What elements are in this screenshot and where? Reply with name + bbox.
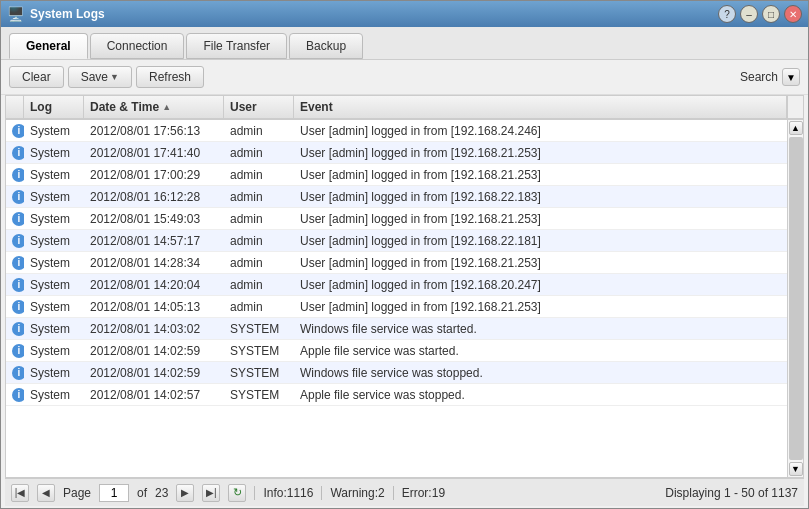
scroll-up-button[interactable]: ▲ [789,121,803,135]
info-icon: i [12,300,24,314]
info-icon: i [12,190,24,204]
refresh-button[interactable]: Refresh [136,66,204,88]
header-icon [6,96,24,118]
separator-1 [254,486,255,500]
first-page-button[interactable]: |◀ [11,484,29,502]
search-label: Search [740,70,778,84]
cell-datetime: 2012/08/01 14:05:13 [84,296,224,317]
cell-event: User [admin] logged in from [192.168.24.… [294,120,787,141]
cell-datetime: 2012/08/01 14:02:59 [84,340,224,361]
cell-datetime: 2012/08/01 14:57:17 [84,230,224,251]
scrollbar[interactable]: ▲ ▼ [787,120,803,477]
info-icon: i [12,256,24,270]
cell-datetime: 2012/08/01 16:12:28 [84,186,224,207]
cell-user: SYSTEM [224,362,294,383]
tab-backup[interactable]: Backup [289,33,363,59]
cell-event: User [admin] logged in from [192.168.21.… [294,252,787,273]
cell-user: admin [224,230,294,251]
help-button[interactable]: ? [718,5,736,23]
scroll-thumb[interactable] [789,137,803,460]
search-toggle-button[interactable]: ▼ [782,68,800,86]
cell-log: System [24,362,84,383]
title-bar: 🖥️ System Logs ? – □ ✕ [1,1,808,27]
separator-3 [393,486,394,500]
tab-general[interactable]: General [9,33,88,59]
save-dropdown-arrow: ▼ [110,72,119,82]
table-row[interactable]: i System 2012/08/01 14:20:04 admin User … [6,274,787,296]
cell-user: admin [224,120,294,141]
cell-log: System [24,296,84,317]
cell-user: admin [224,142,294,163]
table-row[interactable]: i System 2012/08/01 17:00:29 admin User … [6,164,787,186]
header-user[interactable]: User [224,96,294,118]
window-title: System Logs [30,7,105,21]
cell-icon: i [6,318,24,339]
maximize-button[interactable]: □ [762,5,780,23]
table-row[interactable]: i System 2012/08/01 15:49:03 admin User … [6,208,787,230]
table-row[interactable]: i System 2012/08/01 17:56:13 admin User … [6,120,787,142]
cell-event: User [admin] logged in from [192.168.21.… [294,142,787,163]
cell-icon: i [6,362,24,383]
table-row[interactable]: i System 2012/08/01 16:12:28 admin User … [6,186,787,208]
cell-icon: i [6,230,24,251]
cell-icon: i [6,120,24,141]
page-of-label: of [137,486,147,500]
next-page-button[interactable]: ▶ [176,484,194,502]
table-row[interactable]: i System 2012/08/01 14:02:59 SYSTEM Wind… [6,362,787,384]
refresh-status-button[interactable]: ↻ [228,484,246,502]
cell-icon: i [6,384,24,405]
table-row[interactable]: i System 2012/08/01 14:02:59 SYSTEM Appl… [6,340,787,362]
search-area: Search ▼ [740,68,800,86]
cell-user: SYSTEM [224,340,294,361]
table-row[interactable]: i System 2012/08/01 14:57:17 admin User … [6,230,787,252]
cell-event: User [admin] logged in from [192.168.21.… [294,208,787,229]
save-button[interactable]: Save ▼ [68,66,132,88]
page-input[interactable] [99,484,129,502]
info-icon: i [12,344,24,358]
cell-log: System [24,142,84,163]
cell-datetime: 2012/08/01 17:41:40 [84,142,224,163]
close-button[interactable]: ✕ [784,5,802,23]
page-label: Page [63,486,91,500]
table-row[interactable]: i System 2012/08/01 14:03:02 SYSTEM Wind… [6,318,787,340]
cell-event: User [admin] logged in from [192.168.21.… [294,164,787,185]
header-event[interactable]: Event [294,96,787,118]
cell-datetime: 2012/08/01 15:49:03 [84,208,224,229]
cell-datetime: 2012/08/01 14:20:04 [84,274,224,295]
sort-arrow-icon: ▲ [162,102,171,112]
cell-event: Windows file service was stopped. [294,362,787,383]
table-row[interactable]: i System 2012/08/01 17:41:40 admin User … [6,142,787,164]
scroll-down-button[interactable]: ▼ [789,462,803,476]
cell-log: System [24,252,84,273]
info-icon: i [12,278,24,292]
cell-user: admin [224,274,294,295]
cell-event: Apple file service was stopped. [294,384,787,405]
log-table: Log Date & Time ▲ User Event i System 20… [5,95,804,478]
last-page-button[interactable]: ▶| [202,484,220,502]
tab-connection[interactable]: Connection [90,33,185,59]
cell-log: System [24,384,84,405]
table-row[interactable]: i System 2012/08/01 14:05:13 admin User … [6,296,787,318]
cell-icon: i [6,186,24,207]
info-count: Info:1116 [263,486,313,500]
table-row[interactable]: i System 2012/08/01 14:28:34 admin User … [6,252,787,274]
toolbar: Clear Save ▼ Refresh Search ▼ [1,60,808,95]
info-icon: i [12,388,24,402]
cell-icon: i [6,296,24,317]
tab-file-transfer[interactable]: File Transfer [186,33,287,59]
cell-icon: i [6,252,24,273]
info-icon: i [12,322,24,336]
cell-event: Apple file service was started. [294,340,787,361]
clear-button[interactable]: Clear [9,66,64,88]
cell-user: admin [224,186,294,207]
page-total: 23 [155,486,168,500]
cell-event: User [admin] logged in from [192.168.21.… [294,296,787,317]
header-log[interactable]: Log [24,96,84,118]
header-datetime[interactable]: Date & Time ▲ [84,96,224,118]
prev-page-button[interactable]: ◀ [37,484,55,502]
table-row[interactable]: i System 2012/08/01 14:02:57 SYSTEM Appl… [6,384,787,406]
cell-log: System [24,120,84,141]
minimize-button[interactable]: – [740,5,758,23]
title-bar-left: 🖥️ System Logs [7,6,105,22]
info-icon: i [12,124,24,138]
